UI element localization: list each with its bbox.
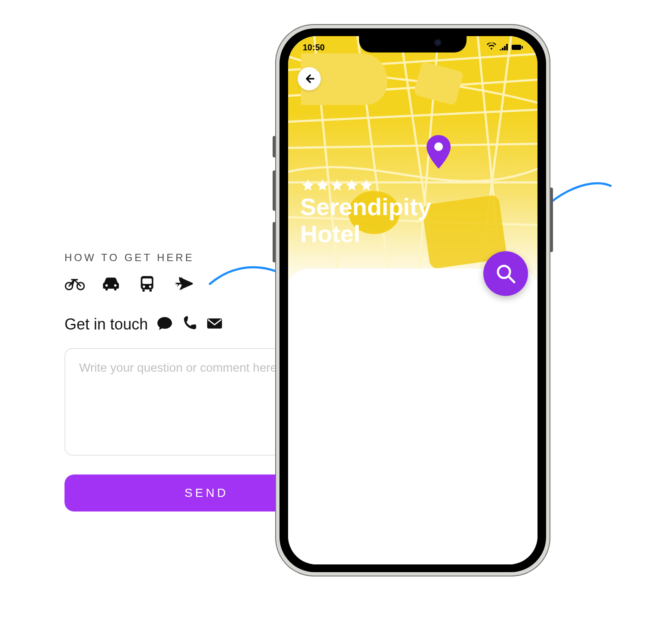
svg-point-6 [143,286,145,288]
svg-rect-12 [522,46,523,49]
chat-icon[interactable] [157,316,173,333]
search-button[interactable] [483,251,528,296]
svg-point-2 [105,284,108,287]
plane-icon[interactable] [173,275,194,294]
phone-mockup: 10:50 [275,24,550,576]
svg-rect-5 [142,278,152,284]
signal-icon [500,43,508,52]
svg-point-13 [434,142,443,151]
svg-point-7 [149,286,151,288]
status-time: 10:50 [303,43,325,52]
map-pin-icon [426,135,452,169]
bottom-sheet [288,268,538,564]
front-camera [434,39,442,46]
back-button[interactable] [298,67,321,90]
svg-rect-8 [142,290,144,292]
bus-icon[interactable] [137,275,157,294]
svg-point-3 [114,284,117,287]
phone-screen: 10:50 [288,36,538,564]
get-in-touch-label: Get in touch [64,315,148,333]
svg-rect-9 [149,290,151,292]
svg-rect-11 [512,45,521,50]
bicycle-icon[interactable] [64,275,85,294]
phone-icon[interactable] [181,316,198,333]
battery-icon [512,43,523,52]
car-icon[interactable] [101,275,121,294]
wifi-icon [487,43,496,52]
mail-icon[interactable] [206,316,223,333]
hotel-name: Serendipity Hotel [300,194,482,247]
phone-notch [359,33,467,52]
svg-rect-10 [207,318,222,329]
svg-line-15 [509,277,514,282]
rating-stars [301,178,373,192]
